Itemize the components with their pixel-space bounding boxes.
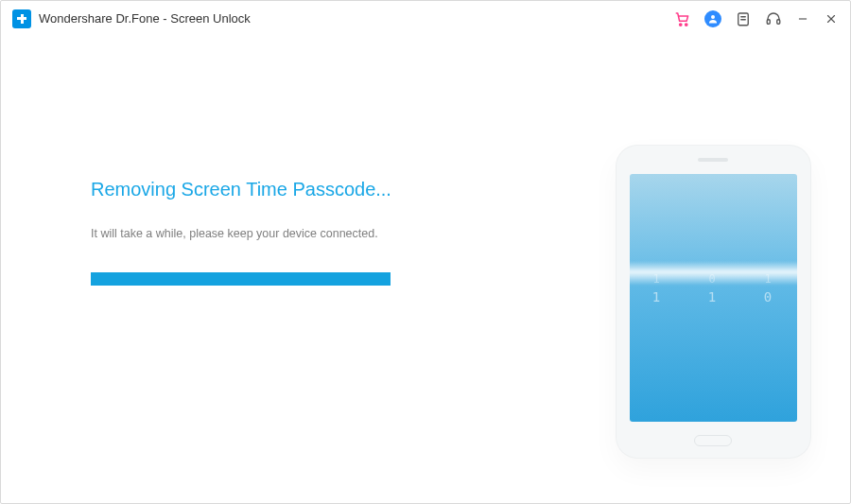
binary-digits-row-1: 1 0 1 — [630, 272, 797, 286]
digit: 1 — [708, 289, 718, 304]
phone-body: 1 0 1 1 1 0 — [617, 146, 810, 458]
digit: 0 — [764, 289, 773, 304]
svg-rect-5 — [777, 19, 780, 24]
app-logo-icon — [12, 9, 31, 28]
status-title: Removing Screen Time Passcode... — [91, 179, 564, 200]
cart-icon[interactable] — [674, 10, 691, 27]
progress-fill — [91, 272, 391, 286]
progress-bar — [91, 272, 545, 286]
digit: 0 — [708, 272, 717, 286]
phone-screen: 1 0 1 1 1 0 — [630, 174, 797, 422]
app-window: Wondershare Dr.Fone - Screen Unlock — [0, 0, 851, 504]
feedback-icon[interactable] — [735, 10, 752, 27]
phone-home-button — [694, 435, 732, 446]
digit: 1 — [652, 289, 662, 304]
app-title: Wondershare Dr.Fone - Screen Unlock — [39, 11, 251, 26]
minimize-button[interactable] — [795, 11, 810, 26]
digit: 1 — [764, 272, 773, 286]
close-button[interactable] — [824, 11, 839, 26]
status-pane: Removing Screen Time Passcode... It will… — [91, 179, 564, 286]
titlebar-actions — [674, 10, 839, 27]
titlebar: Wondershare Dr.Fone - Screen Unlock — [1, 1, 850, 37]
status-subtext: It will take a while, please keep your d… — [91, 227, 564, 240]
phone-speaker — [698, 158, 728, 162]
account-icon[interactable] — [704, 10, 721, 27]
content-area: Removing Screen Time Passcode... It will… — [1, 37, 850, 503]
digit: 1 — [652, 272, 661, 286]
binary-digits-row-2: 1 1 0 — [630, 289, 797, 304]
svg-point-0 — [680, 23, 682, 25]
svg-rect-4 — [767, 19, 770, 24]
svg-point-1 — [686, 23, 687, 25]
headset-icon[interactable] — [765, 10, 782, 27]
phone-illustration: 1 0 1 1 1 0 — [604, 131, 822, 472]
svg-point-2 — [711, 15, 715, 19]
